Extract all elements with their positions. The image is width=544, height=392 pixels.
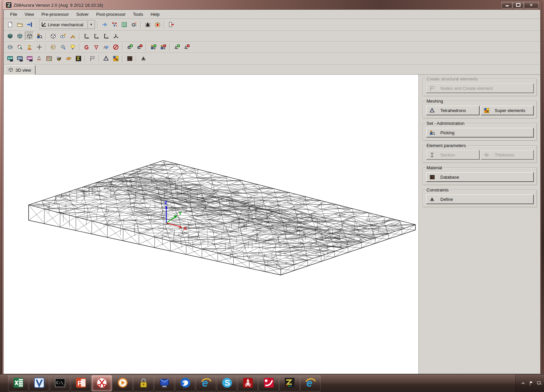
toolbar-button-tetra[interactable] <box>101 54 110 63</box>
toolbar-button-super-el[interactable]: SE <box>111 54 120 63</box>
taskbar-app-adobe-reader[interactable] <box>238 375 258 391</box>
group-title: Material <box>425 165 443 170</box>
toolbar-button-palette[interactable] <box>48 43 58 51</box>
toolbar-button-doc-new[interactable] <box>5 20 14 29</box>
toolbar-separator <box>122 44 123 51</box>
menu-view[interactable]: View <box>21 10 38 18</box>
toolbar-button-no-entry[interactable] <box>111 43 120 51</box>
toolbar-button-set-remove[interactable] <box>135 43 144 51</box>
chevron-up-icon[interactable] <box>520 381 526 386</box>
chevron-down-icon[interactable]: ▼ <box>88 21 95 28</box>
toolbar-button-axes-iso[interactable] <box>111 32 120 40</box>
taskbar-app-keepass[interactable] <box>133 375 154 391</box>
toolbar-button-bee[interactable] <box>54 54 63 63</box>
toolbar-button-rotate-globe[interactable] <box>5 43 14 51</box>
toolbar-button-load-knot[interactable] <box>82 43 91 51</box>
taskbar-app-visio[interactable] <box>29 375 49 391</box>
close-button[interactable]: ✕ <box>524 2 539 8</box>
toolbar-button-gears[interactable] <box>129 20 138 29</box>
toolbar-button-cube-half[interactable] <box>15 32 24 40</box>
toolbar-button-folder-open[interactable] <box>15 20 24 29</box>
tetrahedrons-button[interactable]: Tetrahedrons <box>426 106 479 115</box>
toolbar-button-set-add[interactable] <box>125 43 134 51</box>
toolbar-button-axes-xy[interactable]: xy <box>82 32 91 40</box>
minimize-icon <box>506 5 509 6</box>
taskbar-app-solidworks[interactable] <box>259 375 279 391</box>
toolbar-button-font-af[interactable]: AF <box>101 43 110 51</box>
toolbar-button-cube-white[interactable] <box>48 32 58 40</box>
thickness-button[interactable]: Thickness <box>481 150 534 159</box>
taskbar-app-mediaplayer[interactable] <box>112 375 133 391</box>
toolbar-button-arrow-right[interactable] <box>100 20 109 29</box>
menu-file[interactable]: File <box>6 10 21 18</box>
menu-tools[interactable]: Tools <box>129 10 147 18</box>
toolbar-button-solver-nodes[interactable] <box>110 20 119 29</box>
menu-post-processor[interactable]: Post-processor <box>92 10 129 18</box>
nodes-create-element-button[interactable]: Nodes and Create element <box>426 83 534 93</box>
super-elements-button[interactable]: SE Super elements <box>481 106 534 115</box>
taskbar-app-skype[interactable]: S <box>217 375 237 391</box>
taskbar-app-excel[interactable] <box>8 375 28 391</box>
toolbar-button-exit-door[interactable] <box>167 20 176 29</box>
toolbar-button-stp-file[interactable]: STP <box>5 54 14 63</box>
toolbar-button-flag-nabla[interactable] <box>92 43 101 51</box>
toolbar-button-axes-zx[interactable]: zx <box>92 32 101 40</box>
toolbar-button-import[interactable] <box>25 20 34 29</box>
toolbar-button-eye-pencil[interactable] <box>58 32 67 40</box>
section-button[interactable]: Section <box>426 150 479 159</box>
constraints-define-button[interactable]: Define <box>426 194 534 204</box>
load-knot-icon <box>83 44 90 50</box>
toolbar-button-node-add[interactable] <box>172 43 181 51</box>
window-title: Z88Aurora Version 2.0 (Aug 9 2012 16:10:… <box>13 3 103 8</box>
minimize-button[interactable] <box>502 2 512 8</box>
toolbar-button-first-aid[interactable] <box>153 20 162 29</box>
toolbar-button-material-db[interactable] <box>125 54 134 63</box>
taskbar-app-powerpoint[interactable]: P <box>71 375 91 391</box>
toolbar-button-dxf-file[interactable]: DXF <box>25 54 34 63</box>
toolbar-separator <box>140 21 141 28</box>
toolbar-button-cube-wire[interactable] <box>25 32 34 40</box>
toolbar-button-spider[interactable] <box>143 20 152 29</box>
toolbar-button-pick-add[interactable] <box>148 43 158 51</box>
toolbar-button-bulb[interactable] <box>68 43 77 51</box>
toolbar-button-broom[interactable] <box>68 32 77 40</box>
menu-help[interactable]: Help <box>147 10 163 18</box>
toolbar-button-z88-logo[interactable] <box>74 54 83 63</box>
desktop: { "window": { "title": "Z88Aurora Versio… <box>0 0 544 392</box>
maximize-button[interactable] <box>513 2 523 8</box>
taskbar-app-z88-app[interactable] <box>279 375 300 391</box>
toolbar-button-move-cross[interactable] <box>35 43 44 51</box>
menu-pre-processor[interactable]: Pre-processor <box>38 10 73 18</box>
toolbar-button-z-yellow[interactable]: Z <box>25 43 34 51</box>
taskbar-app-backup[interactable] <box>154 375 174 391</box>
toolbar-button-zoom-color[interactable] <box>15 43 24 51</box>
3d-viewport[interactable]: ZYX <box>4 75 419 374</box>
toolbar-button-picking-flag[interactable] <box>88 54 97 63</box>
toolbar-button-abacus[interactable] <box>44 54 54 63</box>
network-icon[interactable] <box>537 381 542 386</box>
title-bar[interactable]: Z88Aurora Version 2.0 (Aug 9 2012 16:10:… <box>3 0 541 9</box>
toolbar-button-zoom-user[interactable]: ? <box>35 32 44 40</box>
tab-3d-view[interactable]: 3D view <box>5 65 35 75</box>
mode-selector-combobox[interactable]: Linear mechanical▼ <box>39 20 95 29</box>
taskbar-app-ie-2[interactable]: e <box>300 375 320 391</box>
toolbar-button-constraint-tri[interactable] <box>139 54 148 63</box>
picking-button[interactable]: ? Picking <box>426 128 534 137</box>
menu-solver[interactable]: Solver <box>73 10 93 18</box>
taskbar-app-ie[interactable]: e <box>196 375 216 391</box>
taskbar-app-thunderbird[interactable] <box>175 375 195 391</box>
toolbar-button-saturn[interactable] <box>64 54 73 63</box>
toolbar-button-axes-zy[interactable]: zy <box>101 32 110 40</box>
toolbar-button-calc-table[interactable] <box>120 20 129 29</box>
material-database-button[interactable]: Database <box>426 172 534 182</box>
toolbar-button-pick-remove[interactable] <box>158 43 167 51</box>
flag-icon[interactable] <box>529 381 534 386</box>
toolbar-button-cube-solid[interactable] <box>5 32 14 40</box>
toolbar-button-node-remove[interactable] <box>182 43 191 51</box>
taskbar-app-snipping[interactable] <box>92 375 112 391</box>
toolbar-button-stl-file[interactable]: STL <box>15 54 24 63</box>
toolbar-button-rocket[interactable] <box>35 54 44 63</box>
taskbar-app-cmd[interactable]: C:\_ <box>50 375 70 391</box>
abacus-icon <box>46 56 52 62</box>
toolbar-button-paint-bucket[interactable] <box>58 43 67 51</box>
